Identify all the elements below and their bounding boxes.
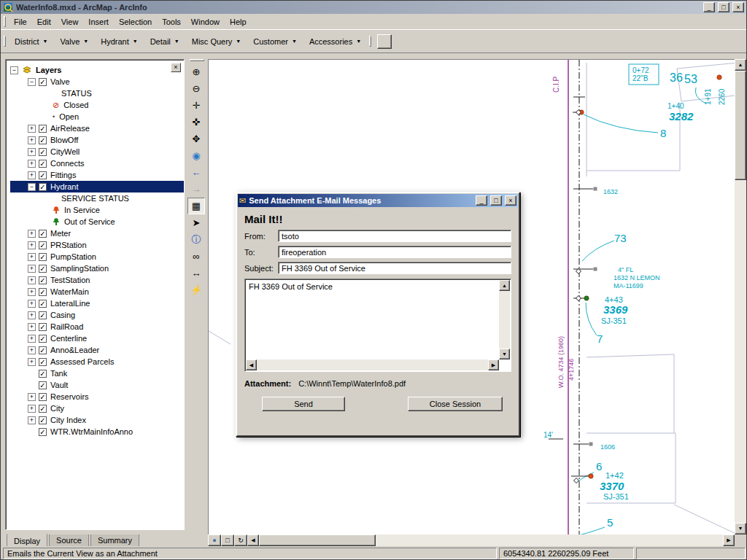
layer-label-reservoirs[interactable]: Reservoirs [50, 392, 89, 401]
horizontal-scroll-track[interactable] [376, 534, 723, 546]
layer-row-citywell[interactable]: +✓CityWell [10, 146, 184, 158]
checkbox-wtr-wtrmaininfoanno[interactable]: ✓ [39, 428, 47, 436]
checkbox-reservoirs[interactable]: ✓ [39, 393, 47, 401]
send-button[interactable]: Send [262, 397, 345, 411]
message-body-input[interactable]: FH 3369 Out of Service [247, 281, 498, 359]
expander-valve[interactable]: − [28, 78, 36, 86]
toolbar-grip-2[interactable] [369, 36, 371, 47]
pan-tool[interactable]: ✥ [187, 131, 205, 147]
message-scroll-down[interactable]: ▼ [499, 349, 510, 359]
dialog-close-button[interactable]: × [505, 195, 516, 206]
hyperlink-tool[interactable]: ⚡ [187, 281, 205, 298]
layer-label-meter[interactable]: Meter [50, 229, 71, 238]
legend-symbol-closed[interactable]: ⊘ [53, 101, 59, 110]
message-horizontal-scrollbar[interactable]: ◀ ▶ [246, 359, 499, 370]
scroll-left-button[interactable]: ◀ [247, 534, 259, 546]
layer-label-city-index[interactable]: City Index [50, 416, 86, 424]
horizontal-scroll-thumb[interactable] [259, 534, 376, 546]
expander-centerline[interactable]: + [28, 335, 36, 343]
toolbar-menu-district[interactable]: District▼ [9, 34, 54, 49]
expander-reservoirs[interactable]: + [28, 393, 36, 401]
toolbar-menu-misc-query[interactable]: Misc Query▼ [186, 34, 247, 49]
layer-label-pumpstation[interactable]: PumpStation [50, 252, 96, 261]
layer-label-assessed-parcels[interactable]: Assessed Parcels [50, 357, 114, 366]
expander-hydrant[interactable]: − [28, 183, 36, 191]
layer-row-prstation[interactable]: +✓PRStation [10, 239, 184, 251]
layer-label-lateralline[interactable]: LateralLine [50, 299, 90, 308]
layer-row-pumpstation[interactable]: +✓PumpStation [10, 251, 184, 262]
menu-selection[interactable]: Selection [114, 15, 157, 28]
scroll-up-button[interactable]: ▲ [735, 59, 746, 71]
subject-input[interactable] [278, 262, 511, 274]
checkbox-casing[interactable]: ✓ [39, 311, 47, 319]
expander-meter[interactable]: + [28, 230, 36, 238]
layer-row-airrelease[interactable]: +✓AirRelease [10, 122, 184, 134]
layer-row-anno-leader[interactable]: +✓Anno&Leader [10, 344, 184, 356]
expander-fittings[interactable]: + [28, 171, 36, 179]
layers-collapse-expander[interactable]: − [10, 66, 18, 74]
layer-label-blowoff[interactable]: BlowOff [50, 136, 78, 144]
legend-item-row[interactable]: ⊘Closed [10, 99, 184, 111]
layer-row-lateralline[interactable]: +✓LateralLine [10, 298, 184, 309]
layer-label-hydrant[interactable]: Hydrant [50, 182, 79, 191]
expander-casing[interactable]: + [28, 311, 36, 319]
expander-city[interactable]: + [28, 405, 36, 413]
expander-teststation[interactable]: + [28, 276, 36, 284]
zoom-in-tool[interactable]: ⊕ [187, 63, 205, 80]
layer-label-connects[interactable]: Connects [50, 159, 84, 168]
toolbar-menu-detail[interactable]: Detail▼ [144, 34, 185, 49]
checkbox-assessed-parcels[interactable]: ✓ [39, 358, 47, 366]
message-vertical-scrollbar[interactable]: ▲ ▼ [499, 280, 510, 359]
checkbox-connects[interactable]: ✓ [39, 160, 47, 168]
checkbox-blowoff[interactable]: ✓ [39, 136, 47, 144]
window-minimize-button[interactable]: _ [703, 2, 715, 12]
checkbox-prstation[interactable]: ✓ [39, 241, 47, 249]
window-titlebar[interactable]: WaterInfo8.mxd - ArcMap - ArcInfo _ □ × [1, 1, 746, 14]
checkbox-city[interactable]: ✓ [39, 405, 47, 413]
layer-label-samplingstation[interactable]: SamplingStation [50, 264, 109, 273]
menu-tools[interactable]: Tools [157, 15, 186, 28]
layer-label-watermain[interactable]: WaterMain [50, 287, 89, 296]
checkbox-meter[interactable]: ✓ [39, 230, 47, 238]
close-session-button[interactable]: Close Session [408, 397, 503, 411]
map-horizontal-scrollbar[interactable]: ◀ ▶ [247, 534, 735, 546]
toolbar-grip[interactable] [4, 36, 6, 47]
identify-tool[interactable]: ⓘ [187, 231, 205, 248]
layer-row-watermain[interactable]: +✓WaterMain [10, 286, 184, 298]
expander-blowoff[interactable]: + [28, 136, 36, 144]
toc-close-button[interactable]: × [171, 63, 181, 72]
toolbar-menu-valve[interactable]: Valve▼ [55, 34, 95, 49]
toolbar-menu-accessories[interactable]: Accessories▼ [303, 34, 367, 49]
checkbox-lateralline[interactable]: ✓ [39, 300, 47, 308]
dialog-maximize-button[interactable]: □ [490, 195, 502, 206]
menu-window[interactable]: Window [186, 15, 225, 28]
full-extent-tool[interactable]: ◉ [187, 147, 205, 164]
measure-tool[interactable]: ↔ [187, 265, 205, 281]
find-tool[interactable]: ∞ [187, 248, 205, 265]
layer-label-fittings[interactable]: Fittings [50, 171, 76, 179]
checkbox-city-index[interactable]: ✓ [39, 416, 47, 424]
layer-label-prstation[interactable]: PRStation [50, 241, 87, 249]
layer-row-centerline[interactable]: +✓Centerline [10, 332, 184, 344]
expander-pumpstation[interactable]: + [28, 253, 36, 261]
menu-edit[interactable]: Edit [32, 15, 56, 28]
checkbox-vault[interactable]: ✓ [39, 381, 47, 389]
palette-grip[interactable] [190, 59, 204, 61]
layer-row-connects[interactable]: +✓Connects [10, 158, 184, 169]
checkbox-teststation[interactable]: ✓ [39, 276, 47, 284]
checkbox-citywell[interactable]: ✓ [39, 148, 47, 156]
checkbox-pumpstation[interactable]: ✓ [39, 253, 47, 261]
select-elements-tool[interactable]: ➤ [187, 214, 205, 231]
layer-row-casing[interactable]: +✓Casing [10, 309, 184, 321]
checkbox-fittings[interactable]: ✓ [39, 171, 47, 179]
to-input[interactable] [278, 246, 511, 258]
expander-citywell[interactable]: + [28, 148, 36, 156]
layer-row-teststation[interactable]: +✓TestStation [10, 274, 184, 286]
message-scroll-up[interactable]: ▲ [499, 280, 510, 291]
map-vertical-scrollbar[interactable]: ▲ ▼ [735, 59, 746, 534]
expander-connects[interactable]: + [28, 160, 36, 168]
checkbox-samplingstation[interactable]: ✓ [39, 265, 47, 273]
layer-row-fittings[interactable]: +✓Fittings [10, 169, 184, 181]
vertical-scroll-thumb[interactable] [735, 71, 746, 180]
layer-row-samplingstation[interactable]: +✓SamplingStation [10, 262, 184, 274]
